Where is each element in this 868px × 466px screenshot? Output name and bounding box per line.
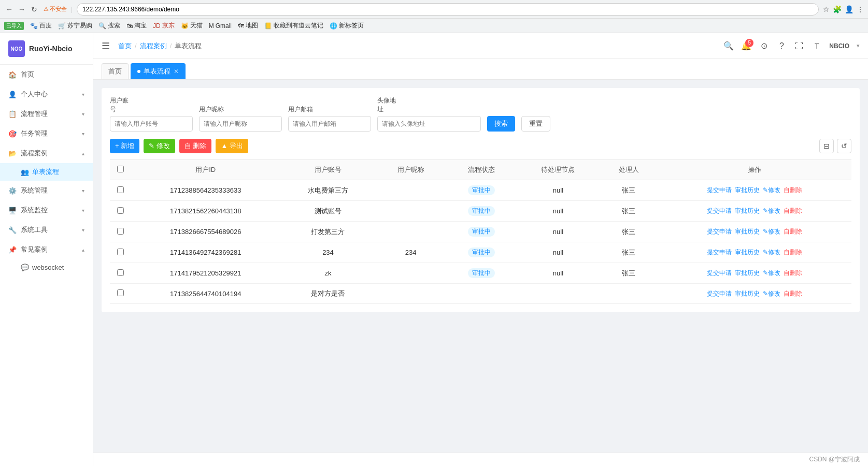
action-edit[interactable]: ✎修改 — [763, 227, 780, 236]
sidebar-item-task-mgmt[interactable]: 🎯 任务管理 ▾ — [0, 124, 93, 143]
breadcrumb-workflow-cases[interactable]: 流程案例 — [140, 41, 167, 51]
action-history[interactable]: 审批历史 — [735, 248, 760, 257]
bookmark-tianmao[interactable]: 🐱 天猫 — [181, 21, 203, 30]
menu-toggle-icon[interactable]: ☰ — [102, 40, 110, 52]
user-dropdown-arrow-icon[interactable]: ▾ — [857, 42, 860, 49]
more-icon[interactable]: ⋮ — [857, 5, 864, 13]
edit-button[interactable]: ✎ 修改 — [144, 139, 175, 153]
bookmark-baidu[interactable]: 🐾 百度 — [30, 21, 52, 30]
sidebar-item-home[interactable]: 🏠 首页 — [0, 65, 93, 84]
actions-container: 提交申请审批历史✎修改自删除 — [664, 269, 845, 278]
action-history[interactable]: 审批历史 — [735, 269, 760, 278]
font-icon[interactable]: T — [812, 41, 822, 51]
breadcrumb-home[interactable]: 首页 — [118, 41, 132, 51]
tab-home[interactable]: 首页 — [102, 63, 129, 79]
user-label[interactable]: NBCIO — [829, 42, 849, 50]
col-user-id: 用户ID — [131, 160, 281, 180]
sidebar-item-system-tools[interactable]: 🔧 系统工具 ▾ — [0, 220, 93, 240]
refresh-button[interactable]: ↻ — [29, 4, 39, 14]
sidebar-item-system-mgmt[interactable]: ⚙️ 系统管理 ▾ — [0, 181, 93, 200]
sidebar-item-single-form[interactable]: 👥 单表流程 — [0, 163, 93, 181]
action-submit[interactable]: 提交申请 — [707, 248, 732, 257]
action-history[interactable]: 审批历史 — [735, 227, 760, 236]
table-row: 1714179521205329921zk审批中null张三提交申请审批历史✎修… — [110, 263, 851, 284]
row-checkbox[interactable] — [117, 207, 124, 214]
reset-button[interactable]: 重置 — [521, 116, 550, 132]
sidebar-item-system-monitor[interactable]: 🖥️ 系统监控 ▾ — [0, 200, 93, 220]
bookmark-youdao[interactable]: 📒 收藏到有道云笔记 — [264, 21, 323, 30]
sidebar-item-websocket[interactable]: 💬 websocket — [0, 259, 93, 275]
cell-handler: 张三 — [600, 242, 658, 263]
tab-single-form[interactable]: 单表流程 ✕ — [131, 63, 186, 79]
add-button[interactable]: + 新增 — [110, 139, 139, 153]
header: ☰ 首页 / 流程案例 / 单表流程 🔍 🔔 5 ⊙ ? ⛶ T NBCIO ▾ — [93, 33, 868, 59]
email-input[interactable] — [288, 116, 371, 132]
fullscreen-icon[interactable]: ⛶ — [794, 41, 804, 51]
cell-flow-status: 审批中 — [446, 242, 517, 263]
bookmark-maps[interactable]: 🗺 地图 — [238, 21, 258, 30]
nickname-field-label: 用户昵称 — [199, 105, 282, 114]
back-button[interactable]: ← — [4, 4, 15, 14]
bookmark-taobao[interactable]: 🛍 淘宝 — [126, 21, 147, 30]
bookmark-star-icon[interactable]: ☆ — [823, 5, 830, 13]
sidebar-item-common-cases[interactable]: 📌 常见案例 ▴ — [0, 240, 93, 259]
forward-button[interactable]: → — [17, 4, 27, 14]
select-all-checkbox[interactable] — [117, 166, 124, 172]
bookmark-search[interactable]: 🔍 搜索 — [98, 21, 120, 30]
action-delete[interactable]: 自删除 — [784, 289, 802, 298]
bookmark-newtab[interactable]: 🌐 新标签页 — [330, 21, 364, 30]
row-checkbox[interactable] — [117, 186, 124, 193]
action-edit[interactable]: ✎修改 — [763, 269, 780, 278]
tab-close-icon[interactable]: ✕ — [174, 68, 179, 75]
account-input[interactable] — [110, 116, 193, 132]
action-edit[interactable]: ✎修改 — [763, 289, 780, 298]
avatar-field-label: 头像地址 — [377, 96, 481, 114]
row-checkbox[interactable] — [117, 228, 124, 235]
export-button[interactable]: ▲ 导出 — [216, 139, 248, 153]
avatar-input[interactable] — [377, 116, 481, 132]
action-submit[interactable]: 提交申请 — [707, 207, 732, 215]
action-submit[interactable]: 提交申请 — [707, 269, 732, 278]
address-bar[interactable] — [77, 3, 819, 16]
sidebar-item-workflow-mgmt[interactable]: 📋 流程管理 ▾ — [0, 104, 93, 124]
bookmark-imported[interactable]: 已导入 — [4, 22, 24, 30]
cell-pending-node — [517, 284, 600, 304]
action-delete[interactable]: 自删除 — [784, 186, 802, 195]
action-history[interactable]: 审批历史 — [735, 207, 760, 215]
cell-user-nickname: 234 — [375, 242, 446, 263]
action-submit[interactable]: 提交申请 — [707, 289, 732, 298]
sidebar-item-workflow-cases[interactable]: 📂 流程案例 ▴ — [0, 143, 93, 163]
action-delete[interactable]: 自删除 — [784, 248, 802, 257]
bookmark-gmail[interactable]: M Gmail — [209, 22, 232, 30]
action-submit[interactable]: 提交申请 — [707, 227, 732, 236]
refresh-table-icon[interactable]: ↺ — [837, 139, 851, 153]
search-button[interactable]: 搜索 — [487, 116, 515, 132]
action-submit[interactable]: 提交申请 — [707, 186, 732, 195]
cell-pending-node: null — [517, 242, 600, 263]
action-edit[interactable]: ✎修改 — [763, 207, 780, 215]
sidebar-item-personal[interactable]: 👤 个人中心 ▾ — [0, 84, 93, 104]
action-delete[interactable]: 自删除 — [784, 207, 802, 215]
action-history[interactable]: 审批历史 — [735, 186, 760, 195]
column-settings-icon[interactable]: ⊟ — [819, 139, 834, 153]
bookmark-jd[interactable]: JD 京东 — [153, 21, 175, 30]
action-history[interactable]: 审批历史 — [735, 289, 760, 298]
action-edit[interactable]: ✎修改 — [763, 186, 780, 195]
github-icon[interactable]: ⊙ — [759, 41, 769, 51]
action-delete[interactable]: 自删除 — [784, 227, 802, 236]
nickname-input[interactable] — [199, 116, 282, 132]
action-edit[interactable]: ✎修改 — [763, 248, 780, 257]
cell-handler — [600, 284, 658, 304]
notification-icon[interactable]: 🔔 5 — [741, 41, 751, 51]
row-checkbox-cell — [110, 263, 131, 284]
account-icon[interactable]: 👤 — [845, 5, 853, 13]
search-header-icon[interactable]: 🔍 — [723, 41, 734, 51]
action-delete[interactable]: 自删除 — [784, 269, 802, 278]
help-icon[interactable]: ? — [776, 41, 787, 51]
extensions-icon[interactable]: 🧩 — [833, 5, 842, 13]
row-checkbox[interactable] — [117, 269, 124, 276]
row-checkbox[interactable] — [117, 289, 124, 296]
row-checkbox[interactable] — [117, 249, 124, 255]
bookmark-suning[interactable]: 🛒 苏宁易购 — [58, 21, 92, 30]
delete-button[interactable]: 自 删除 — [179, 139, 212, 153]
